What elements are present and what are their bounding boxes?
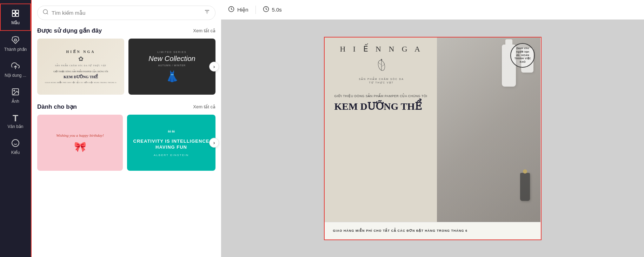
- tmpl-sub: SẢN PHẨM CHĂM SÓC DA TỪ THỰC VẬT: [55, 64, 107, 67]
- tmpl-new-col: New Collection: [148, 55, 195, 63]
- tmpl-quote-mark: ❝❝: [167, 129, 175, 137]
- main-content: Hiện 5.0s H I Ế N N G A: [221, 0, 644, 257]
- image-icon: [11, 88, 20, 97]
- template-card-new-collection[interactable]: LIMITED SERIES New Collection AUTUMN / W…: [128, 39, 215, 95]
- canvas-leaf-icon: [334, 56, 429, 76]
- canvas-right-panel: Dành cho người bạn đã: HOÀN THÀNH VIỆC K…: [437, 38, 541, 222]
- svg-rect-3: [16, 14, 19, 16]
- template-panel: Được sử dụng gần đây Xem tất cả HIẾN NGA…: [32, 0, 221, 257]
- svg-point-8: [12, 140, 19, 147]
- canvas-free-ship-text: GIAO HÀNG MIỄN PHÍ CHO TẤT CẢ CÁC ĐƠN ĐẶ…: [333, 229, 468, 232]
- tmpl-birthday-text: Wishing you a happy birthday!: [56, 133, 104, 137]
- tmpl-season: AUTUMN / WINTER: [158, 64, 186, 67]
- upload-icon: [11, 62, 20, 72]
- template-card-creativity[interactable]: ❝❝ CREATIVITY IS INTELLIGENCE HAVING FUN…: [127, 115, 215, 171]
- filter-icon[interactable]: [204, 9, 210, 17]
- sidebar-item-van-ban-label: Văn bản: [7, 124, 23, 129]
- tmpl-brand: HIẾN NGA: [66, 50, 95, 54]
- tmpl-intro: GIỚI THIỆU DÒNG SẢN PHẨM PAMPER CỦA CHÚN…: [53, 70, 108, 73]
- duration-icon: [263, 6, 269, 13]
- for-you-section-header: Dành cho bạn Xem tất cả: [37, 103, 215, 110]
- for-you-see-all[interactable]: Xem tất cả: [193, 104, 215, 109]
- sidebar-item-noi-dung[interactable]: Nội dung ...: [0, 57, 31, 83]
- search-input[interactable]: [52, 10, 201, 16]
- canvas-bottom-bar: GIAO HÀNG MIỄN PHÍ CHO TẤT CẢ CÁC ĐƠN ĐẶ…: [325, 222, 541, 239]
- canvas-brand-name: H I Ế N N G A: [334, 45, 429, 54]
- for-you-template-grid: Wishing you a happy birthday! 🎀 ❝❝ CREAT…: [37, 115, 215, 171]
- recent-see-all[interactable]: Xem tất cả: [193, 28, 215, 33]
- sidebar-item-thanh-phan-label: Thành phần: [4, 47, 27, 52]
- sidebar-item-anh[interactable]: Ảnh: [0, 83, 31, 109]
- svg-line-12: [47, 13, 48, 14]
- top-bar: Hiện 5.0s: [221, 0, 644, 20]
- components-icon: [11, 36, 20, 46]
- topbar-divider: [255, 6, 256, 14]
- svg-rect-1: [16, 10, 19, 13]
- svg-point-11: [43, 9, 47, 14]
- duration-label: 5.0s: [272, 7, 282, 13]
- svg-point-4: [14, 39, 16, 41]
- sidebar-item-mau[interactable]: Mẫu: [0, 4, 31, 31]
- svg-point-7: [14, 90, 15, 91]
- canvas-stamp: Dành cho người bạn đã: HOÀN THÀNH VIỆC K…: [510, 43, 535, 68]
- recent-next-arrow[interactable]: ›: [209, 62, 219, 72]
- tmpl-freeship: GIAO HÀNG MIỄN PHÍ CHO TẤT CẢ CÁC ĐƠN ĐẶ…: [45, 81, 116, 83]
- canvas-left-panel: H I Ế N N G A SẢN PHẨM CHĂM SÓC DA TỪ TH…: [325, 38, 437, 222]
- canvas-subtitle2: TỪ THỰC VẬT: [334, 81, 429, 84]
- template-card-birthday[interactable]: Wishing you a happy birthday! 🎀: [37, 115, 123, 171]
- sidebar-item-anh-label: Ảnh: [12, 99, 19, 104]
- tmpl-limited: LIMITED SERIES: [157, 51, 186, 53]
- duration-control[interactable]: 5.0s: [263, 6, 282, 13]
- canvas-product-name: KEM DƯỠNG THỂ: [334, 101, 429, 113]
- tmpl-creativity-author: ALBERT EINSTEIN: [154, 154, 189, 157]
- svg-point-20: [381, 59, 382, 60]
- svg-rect-2: [12, 14, 15, 16]
- sidebar-item-noi-dung-label: Nội dung ...: [5, 73, 26, 78]
- grid-icon: [11, 9, 20, 19]
- recent-template-grid: HIẾN NGA ✿ SẢN PHẨM CHĂM SÓC DA TỪ THỰC …: [37, 39, 215, 95]
- search-icon: [42, 9, 49, 17]
- sidebar-item-kieu-label: Kiểu: [11, 150, 20, 155]
- tmpl-creativity-quote: CREATIVITY IS INTELLIGENCE HAVING FUN: [132, 138, 211, 150]
- sidebar-item-kieu[interactable]: Kiểu: [0, 134, 31, 160]
- design-canvas[interactable]: H I Ế N N G A SẢN PHẨM CHĂM SÓC DA TỪ TH…: [324, 37, 542, 240]
- search-bar: [37, 6, 215, 20]
- sidebar-item-thanh-phan[interactable]: Thành phần: [0, 31, 31, 57]
- canvas-top-section: H I Ế N N G A SẢN PHẨM CHĂM SÓC DA TỪ TH…: [325, 38, 541, 222]
- visibility-label: Hiện: [237, 7, 248, 13]
- recent-section-header: Được sử dụng gần đây Xem tất cả: [37, 27, 215, 34]
- canvas-intro-text: GIỚI THIỆU DÒNG SẢN PHẨM PAMPER CỦA CHÚN…: [334, 94, 429, 99]
- for-you-next-arrow[interactable]: ›: [209, 138, 219, 148]
- visibility-icon: [228, 6, 234, 13]
- style-icon: [11, 139, 20, 149]
- canvas-subtitle1: SẢN PHẨM CHĂM SÓC DA: [334, 78, 429, 81]
- tmpl-product: KEM DƯỠNG THỂ: [64, 75, 98, 79]
- sidebar: Mẫu Thành phần Nội dung ...: [0, 0, 32, 257]
- canvas-area: H I Ế N N G A SẢN PHẨM CHĂM SÓC DA TỪ TH…: [221, 20, 644, 257]
- tmpl-birthday-decoration: 🎀: [74, 141, 86, 153]
- tmpl-fashion-figure: 👗: [166, 70, 179, 82]
- text-icon: T: [13, 114, 18, 123]
- sidebar-item-mau-label: Mẫu: [11, 20, 20, 25]
- visibility-control[interactable]: Hiện: [228, 6, 248, 13]
- recent-section-title: Được sử dụng gần đây: [37, 27, 102, 34]
- tmpl-leaf: ✿: [78, 55, 84, 63]
- sidebar-item-van-ban[interactable]: T Văn bản: [0, 109, 31, 134]
- for-you-section-title: Dành cho bạn: [37, 103, 77, 110]
- template-card-hien-nga[interactable]: HIẾN NGA ✿ SẢN PHẨM CHĂM SÓC DA TỪ THỰC …: [37, 39, 124, 95]
- svg-rect-0: [12, 10, 15, 13]
